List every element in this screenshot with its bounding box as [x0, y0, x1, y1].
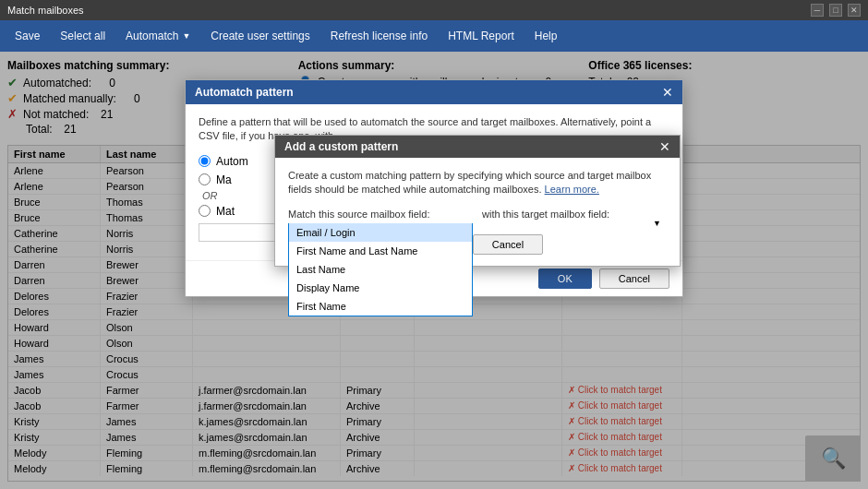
automatch-arrow-icon: ▼	[182, 31, 190, 41]
radio-automatch-3[interactable]	[199, 205, 211, 217]
title-bar: Match mailboxes ─ □ ✕	[0, 0, 868, 20]
maximize-button[interactable]: □	[829, 4, 842, 17]
minimize-button[interactable]: ─	[811, 4, 824, 17]
dropdown-option-display[interactable]: Display Name	[289, 279, 472, 297]
automatch-dialog-title-bar: Automatch pattern ✕	[186, 80, 682, 104]
dropdown-option-first[interactable]: First Name	[289, 297, 472, 316]
automatch-cancel-button[interactable]: Cancel	[599, 268, 669, 289]
menu-refresh-license[interactable]: Refresh license info	[321, 26, 437, 46]
radio-automatch-3-label: Mat	[216, 205, 235, 218]
app-title: Match mailboxes	[7, 5, 84, 16]
radio-automatch-1-label: Autom	[216, 155, 248, 168]
target-field-label: with this target mailbox field:	[482, 209, 667, 220]
target-dropdown-arrow-icon: ▼	[653, 219, 661, 228]
menu-create-user-settings[interactable]: Create user settings	[201, 26, 319, 46]
custom-pattern-close-button[interactable]: ✕	[659, 140, 670, 153]
learn-more-link[interactable]: Learn more.	[545, 184, 599, 195]
custom-pattern-description: Create a custom matching pattern by spec…	[288, 169, 667, 197]
add-custom-pattern-dialog: Add a custom pattern ✕ Create a custom m…	[274, 135, 681, 267]
source-field-col: Match this source mailbox field: Email /…	[288, 209, 473, 223]
close-button[interactable]: ✕	[848, 4, 861, 17]
menu-save[interactable]: Save	[6, 26, 49, 46]
dropdown-option-first-last[interactable]: First Name and Last Name	[289, 242, 472, 260]
field-row: Match this source mailbox field: Email /…	[288, 209, 667, 223]
menu-automatch[interactable]: Automatch ▼	[116, 26, 199, 46]
custom-pattern-cancel-button[interactable]: Cancel	[473, 234, 543, 255]
menu-help[interactable]: Help	[525, 26, 567, 46]
menu-bar: Save Select all Automatch ▼ Create user …	[0, 20, 868, 52]
source-field-dropdown-list: Email / Login First Name and Last Name L…	[288, 223, 473, 316]
dropdown-option-last[interactable]: Last Name	[289, 260, 472, 279]
radio-automatch-1[interactable]	[199, 155, 211, 167]
target-field-col: with this target mailbox field: ▼	[482, 209, 667, 223]
radio-automatch-2-label: Ma	[216, 173, 232, 186]
main-content: Mailboxes matching summary: ✔ Automatche…	[0, 52, 868, 489]
source-field-label: Match this source mailbox field:	[288, 209, 473, 220]
automatch-dialog-title: Automatch pattern	[195, 86, 294, 99]
menu-html-report[interactable]: HTML Report	[439, 26, 524, 46]
custom-pattern-title-bar: Add a custom pattern ✕	[275, 136, 680, 158]
automatch-ok-button[interactable]: OK	[538, 268, 592, 289]
custom-pattern-title: Add a custom pattern	[284, 140, 398, 153]
title-bar-controls: ─ □ ✕	[811, 4, 861, 17]
custom-pattern-body: Create a custom matching pattern by spec…	[275, 158, 680, 266]
dropdown-option-email[interactable]: Email / Login	[289, 223, 472, 242]
radio-automatch-2[interactable]	[199, 173, 211, 185]
automatch-close-button[interactable]: ✕	[662, 86, 673, 99]
menu-select-all[interactable]: Select all	[51, 26, 115, 46]
